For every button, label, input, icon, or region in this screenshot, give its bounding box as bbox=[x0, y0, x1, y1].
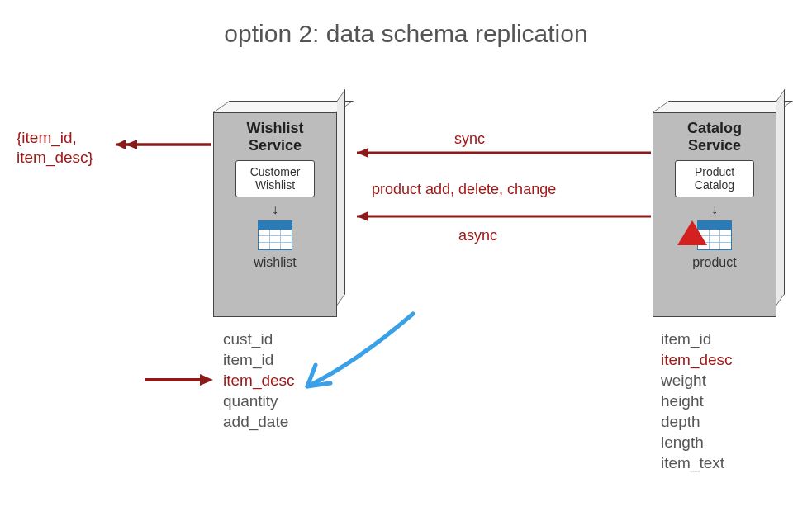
field-item: depth bbox=[661, 411, 733, 432]
annotation-arrow bbox=[307, 314, 413, 386]
wishlist-fields-list: cust_iditem_iditem_descquantityadd_date bbox=[223, 329, 295, 432]
event-label: product add, delete, change bbox=[372, 181, 556, 198]
svg-marker-5 bbox=[357, 211, 368, 221]
arrow-down-icon: ↓ bbox=[272, 202, 278, 217]
field-item: quantity bbox=[223, 391, 295, 411]
field-item: weight bbox=[661, 370, 733, 391]
diagram-title: option 2: data schema replication bbox=[0, 20, 812, 48]
catalog-service-box: Catalog Service Product Catalog ↓ produc… bbox=[653, 101, 786, 315]
field-item: item_desc bbox=[223, 370, 295, 391]
field-item: add_date bbox=[223, 411, 295, 432]
svg-marker-3 bbox=[357, 148, 368, 158]
field-item: length bbox=[661, 432, 733, 453]
field-item: item_desc bbox=[661, 349, 733, 370]
table-icon bbox=[258, 220, 292, 250]
alert-triangle-icon bbox=[677, 220, 707, 245]
sync-label: sync bbox=[454, 130, 485, 148]
wishlist-service-box: Wishlist Service Customer Wishlist ↓ wis… bbox=[213, 101, 347, 315]
catalog-table-label: product bbox=[692, 255, 736, 270]
svg-marker-1 bbox=[126, 140, 137, 149]
arrow-down-icon: ↓ bbox=[711, 202, 718, 217]
field-item: item_id bbox=[223, 349, 295, 370]
output-payload: {item_id, item_desc} bbox=[17, 128, 93, 168]
field-item: item_text bbox=[661, 453, 733, 473]
wishlist-table-label: wishlist bbox=[254, 255, 297, 270]
field-item: item_id bbox=[661, 329, 733, 349]
svg-marker-7 bbox=[200, 374, 213, 386]
async-label: async bbox=[458, 227, 497, 244]
field-item: height bbox=[661, 391, 733, 411]
field-item: cust_id bbox=[223, 329, 295, 349]
wishlist-component: Customer Wishlist bbox=[235, 160, 315, 197]
wishlist-service-title: Wishlist Service bbox=[221, 120, 330, 154]
catalog-component: Product Catalog bbox=[675, 160, 754, 197]
catalog-service-title: Catalog Service bbox=[660, 120, 769, 154]
catalog-fields-list: item_iditem_descweightheightdepthlengthi… bbox=[661, 329, 733, 474]
